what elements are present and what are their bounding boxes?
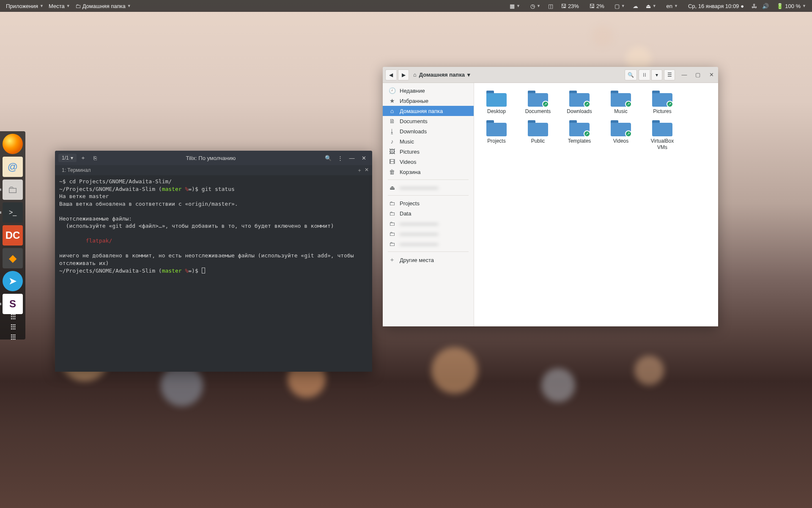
sidebar-item-data[interactable]: 🗀Data <box>383 208 474 218</box>
file-item[interactable]: ↗Downloads <box>562 88 597 116</box>
file-item[interactable]: Public <box>521 118 555 152</box>
tray-network-icon[interactable]: 🖧 <box>752 3 757 9</box>
sidebar-item-trash[interactable]: 🗑Корзина <box>383 167 474 177</box>
terminal-layout-button[interactable]: ⎘ <box>90 153 100 163</box>
search-icon[interactable]: 🔍 <box>323 153 333 163</box>
folder-icon <box>486 119 507 136</box>
dock-slack[interactable]: S <box>3 294 23 314</box>
files-pane[interactable]: Desktop↗Documents↗Downloads↗Music↗Pictur… <box>474 83 718 326</box>
tray-removable-icon[interactable]: ⏏ ▼ <box>643 3 659 9</box>
file-item[interactable]: ↗Pictures <box>645 88 680 116</box>
sidebar-item-bookmark[interactable]: 🗀——————— <box>383 218 474 229</box>
sidebar-item-other-places[interactable]: ＋Другие места <box>383 254 474 265</box>
terminal-body[interactable]: ~$ cd Projects/GNOME/Adwaita-Slim/ ~/Pro… <box>55 175 372 372</box>
path-label: Домашняя папка <box>419 72 465 78</box>
tray-weather-icon[interactable]: ☁ <box>633 3 638 9</box>
close-tab-button[interactable]: ✕ <box>365 167 369 174</box>
minimize-button[interactable]: — <box>680 71 689 79</box>
file-label: VirtualBox VMs <box>647 138 678 150</box>
folder-icon: ↗ <box>611 90 631 107</box>
documents-icon: 🗎 <box>389 118 395 124</box>
dock-apps-grid[interactable]: ⁝⁝⁝⁝⁝⁝⁝⁝⁝ <box>3 317 23 337</box>
sidebar-item-bookmark[interactable]: 🗀——————— <box>383 239 474 249</box>
tray-battery2[interactable]: 🖫2% <box>587 3 607 9</box>
tray-clock-icon[interactable]: ◷ ▼ <box>528 3 543 9</box>
file-item[interactable]: Projects <box>479 118 514 152</box>
file-label: Documents <box>525 108 551 114</box>
terminal-window: 1/1 ▾ ＋ ⎘ Tilix: По умолчанию 🔍 ⋮ — ✕ 1:… <box>55 151 372 372</box>
minimize-button[interactable]: — <box>347 153 357 163</box>
pictures-icon: 🖼 <box>389 148 395 155</box>
file-item[interactable]: ↗Templates <box>562 118 597 152</box>
sidebar-item-pictures[interactable]: 🖼Pictures <box>383 146 474 157</box>
music-icon: ♪ <box>389 138 395 145</box>
tray-tile-icon[interactable]: ▦ ▼ <box>507 3 523 9</box>
maximize-button[interactable]: ▢ <box>694 71 702 79</box>
session-indicator[interactable]: 1/1 ▾ <box>58 154 77 162</box>
folder-icon: ↗ <box>652 90 672 107</box>
sidebar-item-projects[interactable]: 🗀Projects <box>383 198 474 208</box>
files-window: ◀ ▶ ⌂ Домашняя папка ▾ 🔍 ⁞⁞ ▾ ☰ — ▢ ✕ 🕘Н… <box>383 67 718 326</box>
file-label: Desktop <box>487 108 506 114</box>
dock-telegram[interactable]: ➤ <box>3 271 23 291</box>
folder-icon: ↗ <box>569 90 590 107</box>
add-tab-button[interactable]: ＋ <box>357 167 362 174</box>
dock-doublecmd[interactable]: DC <box>3 225 23 246</box>
sidebar-item-network[interactable]: ⏏——————— <box>383 182 474 193</box>
tray-battery-main[interactable]: 🔋100 % ▼ <box>774 3 809 9</box>
star-icon: ★ <box>389 97 395 104</box>
tray-volume-icon[interactable]: 🔊 <box>762 3 769 9</box>
window-menu[interactable]: 🗀 Домашняя папка ▼ <box>73 3 134 9</box>
sidebar-item-music[interactable]: ♪Music <box>383 136 474 146</box>
tray-battery1[interactable]: 🖫23% <box>558 3 582 9</box>
folder-icon: 🗀 <box>75 3 81 9</box>
places-menu[interactable]: Места ▼ <box>46 3 73 9</box>
files-headerbar[interactable]: ◀ ▶ ⌂ Домашняя папка ▾ 🔍 ⁞⁞ ▾ ☰ — ▢ ✕ <box>383 67 718 83</box>
close-button[interactable]: ✕ <box>359 153 369 163</box>
file-item[interactable]: ↗Music <box>604 88 638 116</box>
file-item[interactable]: Desktop <box>479 88 514 116</box>
sidebar-item-bookmark[interactable]: 🗀——————— <box>383 229 474 239</box>
dock: @ 🗀 >_ DC ◆ ➤ S ⁝⁝⁝⁝⁝⁝⁝⁝⁝ <box>0 131 25 340</box>
close-button[interactable]: ✕ <box>707 71 716 79</box>
tray-display-icon[interactable]: ▢ ▼ <box>612 3 628 9</box>
view-options-button[interactable]: ▾ <box>651 69 662 80</box>
trash-icon: 🗑 <box>389 168 395 175</box>
file-label: Public <box>531 138 545 144</box>
terminal-menu-icon[interactable]: ⋮ <box>335 153 345 163</box>
dock-mail[interactable]: @ <box>3 157 23 177</box>
sidebar-item-videos[interactable]: 🎞Videos <box>383 157 474 167</box>
folder-icon: 🗀 <box>389 240 395 247</box>
dock-terminal[interactable]: >_ <box>3 202 23 223</box>
dock-firefox[interactable] <box>3 134 23 154</box>
search-button[interactable]: 🔍 <box>625 69 637 80</box>
sidebar-item-recent[interactable]: 🕘Недавние <box>383 86 474 96</box>
dock-sublime[interactable]: ◆ <box>3 248 23 268</box>
file-item[interactable]: ↗Videos <box>604 118 638 152</box>
terminal-tab[interactable]: 1: Терминал <box>58 166 94 174</box>
file-item[interactable]: ↗Documents <box>521 88 555 116</box>
add-terminal-button[interactable]: ＋ <box>78 153 88 163</box>
home-icon: ⌂ <box>413 72 417 78</box>
view-toggle-button[interactable]: ⁞⁞ <box>639 69 650 80</box>
tray-language[interactable]: en ▼ <box>664 3 680 9</box>
tray-screenshot-icon[interactable]: ◫ <box>548 3 553 9</box>
file-label: Pictures <box>653 108 671 114</box>
home-icon: ⌂ <box>389 108 395 114</box>
back-button[interactable]: ◀ <box>385 69 396 80</box>
pathbar[interactable]: ⌂ Домашняя папка ▾ <box>413 72 623 78</box>
folder-icon <box>652 119 672 136</box>
folder-icon: 🗀 <box>389 200 395 207</box>
terminal-titlebar[interactable]: 1/1 ▾ ＋ ⎘ Tilix: По умолчанию 🔍 ⋮ — ✕ <box>55 151 372 165</box>
tray-clock[interactable]: Ср, 16 января 10:09 ● <box>686 3 746 9</box>
file-item[interactable]: VirtualBox VMs <box>645 118 680 152</box>
forward-button[interactable]: ▶ <box>398 69 409 80</box>
sidebar-item-home[interactable]: ⌂Домашняя папка <box>383 106 474 116</box>
sidebar-item-downloads[interactable]: ⭳Downloads <box>383 126 474 136</box>
applications-menu[interactable]: Приложения ▼ <box>3 3 46 9</box>
sidebar-item-documents[interactable]: 🗎Documents <box>383 116 474 126</box>
hamburger-menu-button[interactable]: ☰ <box>664 69 675 80</box>
dock-files[interactable]: 🗀 <box>3 179 23 200</box>
chevron-down-icon: ▾ <box>71 155 73 161</box>
sidebar-item-starred[interactable]: ★Избранные <box>383 96 474 106</box>
